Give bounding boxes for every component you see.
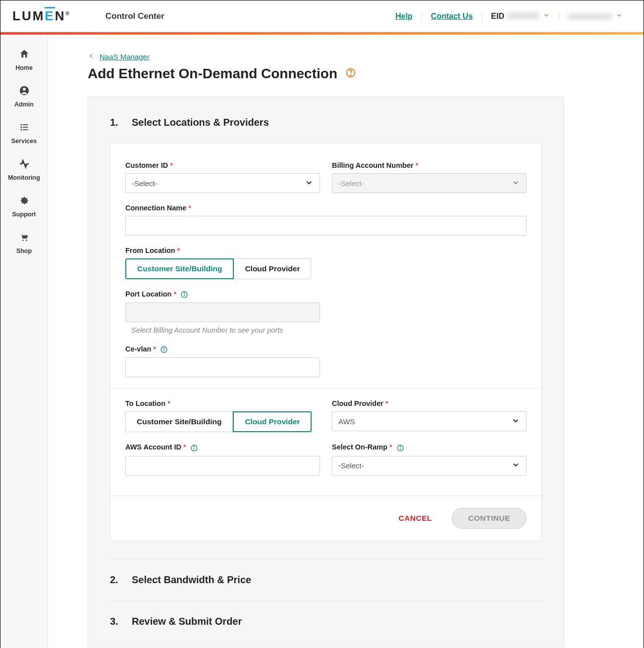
gear-icon — [19, 195, 30, 208]
cloud-provider-label: Cloud Provider * — [332, 399, 527, 407]
select-value: -Select- — [338, 461, 364, 470]
select-value: -Select- — [132, 179, 158, 188]
info-icon[interactable] — [190, 444, 198, 452]
svg-point-9 — [26, 240, 27, 241]
cevlan-input[interactable] — [125, 357, 320, 377]
customer-id-select[interactable]: -Select- — [125, 173, 320, 193]
from-location-label: From Location * — [125, 247, 527, 254]
svg-rect-5 — [23, 127, 28, 128]
step-3-row[interactable]: 3. Review & Submit Order — [110, 600, 542, 642]
sidebar-item-monitoring[interactable]: Monitoring — [0, 152, 48, 189]
sidebar-item-shop[interactable]: Shop — [0, 226, 48, 262]
ban-label: Billing Account Number * — [332, 161, 527, 169]
svg-point-1 — [23, 88, 26, 91]
svg-rect-3 — [23, 124, 28, 125]
chevron-down-icon — [305, 178, 314, 189]
step-title: Select Bandwidth & Price — [132, 574, 251, 586]
chevron-left-icon — [88, 52, 95, 61]
cancel-button[interactable]: CANCEL — [398, 514, 432, 523]
svg-point-14 — [184, 293, 185, 294]
connection-name-input[interactable] — [125, 216, 527, 236]
list-icon — [19, 122, 30, 135]
chevron-down-icon — [511, 178, 520, 189]
to-location-label: To Location * — [125, 399, 320, 407]
to-cloud-provider-button[interactable]: Cloud Provider — [233, 411, 312, 432]
customer-id-label: Customer ID * — [125, 161, 320, 169]
svg-point-8 — [22, 240, 23, 241]
onramp-select[interactable]: -Select- — [332, 456, 527, 476]
help-circle-icon[interactable] — [345, 67, 356, 80]
help-link[interactable]: Help — [386, 12, 422, 21]
main-content: NaaS Manager Add Ethernet On-Demand Conn… — [48, 35, 644, 648]
app-title: Control Center — [106, 11, 164, 21]
user-icon — [19, 85, 30, 98]
step-title: Review & Submit Order — [132, 616, 242, 627]
from-customer-site-button[interactable]: Customer Site/Building — [125, 258, 234, 279]
contact-link[interactable]: Contact Us — [422, 12, 482, 21]
cart-icon — [19, 232, 30, 245]
step-2-row[interactable]: 2. Select Bandwidth & Price — [110, 559, 542, 600]
svg-rect-7 — [23, 129, 28, 130]
step-number: 3. — [110, 616, 132, 627]
svg-rect-2 — [20, 124, 22, 126]
card-footer: CANCEL CONTINUE — [110, 496, 541, 541]
top-bar: LUMEN® Control Center Help Contact Us EI… — [0, 0, 644, 32]
sidebar-item-label: Shop — [16, 248, 32, 254]
svg-point-20 — [194, 446, 194, 447]
aws-account-id-label: AWS Account ID * — [125, 443, 320, 451]
svg-point-11 — [350, 75, 351, 75]
sidebar-item-label: Services — [11, 138, 37, 145]
sidebar-item-label: Admin — [14, 101, 34, 108]
form-panel: 1. Select Locations & Providers Customer… — [88, 97, 564, 648]
info-icon[interactable] — [160, 346, 168, 353]
step1-card: Customer ID * -Select- Billing Account N… — [110, 143, 542, 541]
to-customer-site-button[interactable]: Customer Site/Building — [125, 411, 233, 432]
page-title: Add Ethernet On-Demand Connection — [88, 66, 337, 82]
select-value: -Select- — [338, 179, 364, 188]
account-value: xxxxxxxxxxx — [568, 12, 612, 21]
chevron-down-icon — [511, 460, 520, 471]
eid-dropdown[interactable]: EID XXXXXX — [482, 12, 559, 21]
account-dropdown[interactable]: xxxxxxxxxxx — [559, 12, 632, 21]
step-number: 1. — [110, 117, 132, 128]
connection-name-label: Connection Name * — [125, 204, 527, 212]
breadcrumb-link[interactable]: NaaS Manager — [100, 52, 150, 61]
to-location-toggle: Customer Site/Building Cloud Provider — [125, 411, 320, 432]
info-icon[interactable] — [180, 291, 188, 299]
port-location-input[interactable] — [125, 302, 320, 322]
info-icon[interactable] — [396, 444, 404, 452]
aws-account-id-input[interactable] — [125, 456, 320, 476]
svg-point-17 — [164, 348, 164, 349]
ban-select[interactable]: -Select- — [332, 173, 527, 193]
eid-value: XXXXXX — [507, 12, 539, 21]
sidebar-item-label: Support — [12, 211, 36, 218]
breadcrumb: NaaS Manager — [88, 52, 564, 61]
port-location-label: Port Location * — [125, 290, 320, 299]
step-title: Select Locations & Providers — [132, 117, 269, 128]
step-number: 2. — [110, 574, 132, 586]
cevlan-label: Ce-vlan * — [125, 345, 320, 353]
continue-button[interactable]: CONTINUE — [452, 508, 527, 529]
sidebar-item-services[interactable]: Services — [0, 116, 48, 152]
chevron-down-icon — [616, 12, 623, 21]
select-value: AWS — [338, 417, 355, 426]
sidebar-item-label: Monitoring — [8, 174, 40, 181]
cloud-provider-select[interactable]: AWS — [332, 411, 527, 431]
port-location-helper: Select Billing Account Number to see you… — [125, 326, 320, 334]
divider — [110, 388, 541, 389]
sidebar-item-support[interactable]: Support — [0, 189, 48, 226]
home-icon — [19, 49, 30, 61]
logo: LUMEN® — [12, 8, 71, 24]
eid-label: EID — [491, 12, 504, 21]
onramp-label: Select On-Ramp * — [332, 443, 527, 451]
from-location-toggle: Customer Site/Building Cloud Provider — [125, 258, 527, 279]
svg-point-23 — [400, 446, 400, 447]
sidebar-item-home[interactable]: Home — [0, 43, 48, 79]
sidebar: Home Admin Services Monitoring Support S… — [0, 35, 48, 648]
chevron-down-icon — [543, 12, 550, 21]
sidebar-item-label: Home — [15, 64, 33, 71]
from-cloud-provider-button[interactable]: Cloud Provider — [234, 258, 311, 279]
sidebar-item-admin[interactable]: Admin — [0, 79, 48, 116]
svg-rect-4 — [20, 127, 22, 128]
activity-icon — [19, 158, 30, 171]
